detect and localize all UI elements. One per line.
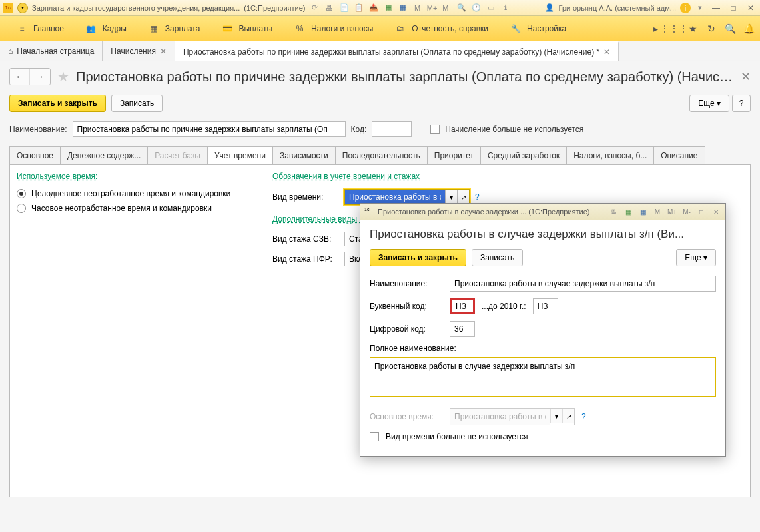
designations-title: Обозначения в учете времени и стажах [272,172,480,181]
bell-icon[interactable]: 🔔 [743,23,755,35]
tab-accruals[interactable]: Начисления ✕ [103,41,175,61]
chevron-down-icon: ▾ [550,409,562,423]
back-button[interactable]: ← [10,69,30,85]
menu-otchetnost[interactable]: 🗂Отчетность, справки [384,16,499,41]
main-time-combo: ▾ ↗ [450,408,575,425]
doc-icon[interactable]: 📄 [339,3,350,13]
people-icon: 👥 [85,23,97,35]
clipboard-icon[interactable]: 📋 [354,3,364,13]
code-input[interactable] [372,121,412,137]
menu-kadry[interactable]: 👥Кадры [75,16,137,41]
help-button[interactable]: ? [732,95,751,112]
calc-icon[interactable]: ▦ [623,206,633,217]
digit-code-input[interactable] [450,321,475,337]
zoom-in-icon[interactable]: 🔍 [456,3,467,13]
minimize-button[interactable]: — [709,3,723,13]
notification-icon[interactable]: i [680,3,691,13]
not-used-label: Вид времени больше не используется [386,432,528,441]
letter-code-input[interactable] [450,298,475,314]
platform-label: (1С:Предприятие) [244,4,305,12]
maximize-button[interactable]: □ [727,3,740,13]
itab-uchet-vremeni[interactable]: Учет времени [207,146,273,164]
calendar-icon[interactable]: ▦ [637,206,648,217]
itab-sredniy[interactable]: Средний заработок [480,146,567,164]
menu-vyplaty[interactable]: 💳Выплаты [210,16,283,41]
page-close-button[interactable]: ✕ [741,69,751,84]
close-icon[interactable]: ✕ [160,47,167,56]
dialog-close-button[interactable]: ✕ [711,206,721,217]
print-icon[interactable]: 🖶 [608,206,619,217]
name-input[interactable] [73,121,346,137]
full-name-textarea[interactable] [370,357,716,397]
search-icon[interactable]: 🔍 [724,23,736,35]
itab-denezhnoe[interactable]: Денежное содерж... [60,146,148,164]
chevron-down-icon[interactable]: ▾ [445,190,457,204]
save-close-button[interactable]: Записать и закрыть [9,95,106,112]
itab-posledovatelnost[interactable]: Последовательность [335,146,428,164]
radio-row-2[interactable]: Часовое неотработанное время и командиро… [17,201,256,216]
radio-hourly[interactable] [17,204,26,213]
more-button[interactable]: Еще ▾ [689,95,729,112]
dialog-save-close-button[interactable]: Записать и закрыть [370,249,466,266]
menu-nalogi[interactable]: %Налоги и взносы [283,16,384,41]
apps-icon[interactable]: ⋮⋮⋮ [668,23,680,35]
forward-button[interactable]: → [30,69,50,85]
dropdown-icon[interactable]: ▾ [17,3,28,13]
history-icon[interactable]: ↻ [705,23,717,35]
info-icon[interactable]: ℹ [500,3,511,13]
menu-zarplata[interactable]: ▦Зарплата [137,16,211,41]
inner-tabs: Основное Денежное содерж... Расчет базы … [0,140,760,164]
help-icon[interactable]: ? [581,412,586,421]
folder-icon: 🗂 [394,23,406,35]
more-label: Еще [685,253,701,262]
page-header: ← → ★ Приостановка работы по причине зад… [0,61,760,88]
panel-icon[interactable]: ▭ [486,3,496,13]
open-icon[interactable]: ↗ [457,190,469,204]
refresh-icon[interactable]: ⟳ [310,3,320,13]
more-label: Еще [698,99,714,108]
send-icon[interactable]: 📤 [368,3,379,13]
itab-zavisimosti[interactable]: Зависимости [272,146,336,164]
star-icon[interactable]: ★ [687,23,699,35]
user-icon: 👤 [544,3,555,13]
print-icon[interactable]: 🖶 [324,3,335,13]
not-used-checkbox[interactable] [430,125,440,134]
radio-row-1[interactable]: Целодневное неотработанное время и коман… [17,186,256,201]
calc-icon[interactable]: ▦ [383,3,394,13]
dialog-save-button[interactable]: Записать [472,249,523,266]
itab-osnovnoe[interactable]: Основное [9,146,61,164]
m-minus-icon[interactable]: M- [681,206,692,217]
window-titlebar: 1c ▾ Зарплата и кадры государственного у… [0,0,760,16]
itab-nalogi[interactable]: Налоги, взносы, б... [566,146,654,164]
menu-main[interactable]: ≡Главное [5,16,75,41]
save-button[interactable]: Записать [111,95,163,112]
m-minus-icon[interactable]: M- [442,3,452,13]
dialog-maximize-button[interactable]: □ [696,206,707,217]
favorite-icon[interactable]: ★ [57,69,69,85]
itab-prioritet[interactable]: Приоритет [427,146,481,164]
m-icon[interactable]: M [412,3,423,13]
itab-opisanie[interactable]: Описание [653,146,705,164]
dialog-more-button[interactable]: Еще ▾ [676,249,716,266]
dialog-name-input[interactable] [450,276,716,292]
time-type-input[interactable] [345,190,445,204]
close-icon[interactable]: ✕ [603,47,610,57]
tab-label: Начисления [111,47,156,56]
tab-label: Начальная страница [17,47,94,56]
until-2010-input[interactable] [533,298,558,314]
m-plus-icon[interactable]: M+ [427,3,438,13]
menu-label: Зарплата [165,24,200,33]
clock-icon[interactable]: 🕐 [471,3,482,13]
close-button[interactable]: ✕ [744,3,757,13]
menu-label: Главное [33,24,64,33]
tab-suspension[interactable]: Приостановка работы по причине задержки … [175,41,619,61]
radio-full-day[interactable] [17,189,26,198]
dropdown2-icon[interactable]: ▾ [695,3,705,13]
m-icon[interactable]: M [652,206,663,217]
help-icon[interactable]: ? [475,192,480,202]
calendar-icon[interactable]: ▦ [398,3,408,13]
m-plus-icon[interactable]: M+ [667,206,677,217]
not-used-checkbox[interactable] [370,432,379,441]
menu-nastroika[interactable]: 🔧Настройка [499,16,577,41]
tab-home[interactable]: ⌂ Начальная страница [0,41,103,61]
